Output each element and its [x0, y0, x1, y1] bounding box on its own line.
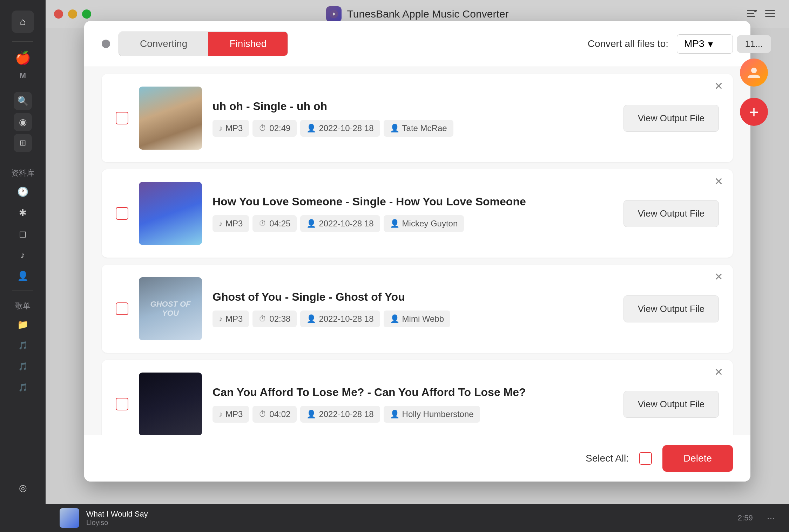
- song-meta-1: ♪ MP3 ⏱ 02:49 👤 2022-10-28 18: [213, 120, 613, 137]
- now-playing-artist: Lloyiso: [86, 519, 148, 527]
- chevron-down-icon: ▾: [708, 38, 713, 50]
- svg-point-8: [751, 68, 757, 73]
- song-title-4: Can You Afford To Lose Me? - Can You Aff…: [213, 386, 613, 399]
- song-title-1: uh oh - Single - uh oh: [213, 100, 613, 113]
- clock-icon-2: ⏱: [259, 219, 267, 228]
- modal-header: Converting Finished Convert all files to…: [84, 21, 750, 67]
- notification-badge: 11...: [737, 35, 771, 53]
- modal-overlay: Converting Finished Convert all files to…: [46, 0, 789, 504]
- date-1: 2022-10-28 18: [319, 123, 373, 133]
- view-output-3[interactable]: View Output File: [623, 295, 719, 322]
- song-card-1: ✕ uh oh - Single - uh oh ♪ MP3 ⏱: [102, 74, 733, 162]
- sidebar-songs-label: 歌单: [15, 301, 31, 311]
- sidebar-songs[interactable]: ♪: [14, 246, 32, 264]
- song-card-3: ✕ GHOST OF YOU Ghost of You - Single - G…: [102, 265, 733, 353]
- sidebar-albums[interactable]: ◻: [14, 225, 32, 243]
- song-info-4: Can You Afford To Lose Me? - Can You Aff…: [213, 386, 613, 423]
- artwork-1: [139, 87, 202, 150]
- sidebar-folder[interactable]: 📁: [14, 315, 32, 334]
- sidebar-artists[interactable]: ✱: [14, 204, 32, 222]
- user-avatar[interactable]: [740, 59, 768, 87]
- clock-icon-4: ⏱: [259, 410, 267, 419]
- checkbox-4[interactable]: [116, 398, 128, 410]
- sidebar-radio[interactable]: ◉: [14, 113, 32, 131]
- song-meta-3: ♪ MP3 ⏱ 02:38 👤 2022-10-28 18: [213, 311, 613, 327]
- sidebar-radio-player[interactable]: ◎: [14, 479, 32, 497]
- sidebar-library[interactable]: ⊞: [14, 134, 32, 152]
- apple-logo: 🍎: [12, 47, 33, 68]
- artwork-4: [139, 373, 202, 435]
- meta-format-1: ♪ MP3: [213, 120, 249, 137]
- sidebar-profile[interactable]: 👤: [14, 267, 32, 285]
- meta-duration-3: ⏱ 02:38: [252, 311, 297, 327]
- view-output-2[interactable]: View Output File: [623, 200, 719, 227]
- format-1: MP3: [225, 123, 243, 133]
- sidebar-playlist3[interactable]: 🎵: [14, 378, 32, 397]
- meta-artist-3: 👤 Mimi Webb: [384, 311, 451, 327]
- app-window: TunesBank Apple Music Converter: [46, 0, 789, 532]
- clock-icon-3: ⏱: [259, 314, 267, 323]
- song-meta-4: ♪ MP3 ⏱ 04:02 👤 2022-10-28 18: [213, 406, 613, 423]
- select-all-checkbox[interactable]: [639, 452, 652, 465]
- calendar-icon-4: 👤: [306, 410, 316, 419]
- date-2: 2022-10-28 18: [319, 219, 373, 229]
- add-button[interactable]: +: [740, 98, 768, 126]
- artist-4: Holly Humberstone: [402, 409, 474, 419]
- now-playing-title: What I Would Say: [86, 510, 148, 519]
- artist-icon-2: 👤: [390, 219, 399, 228]
- sidebar-item-home[interactable]: ⌂: [12, 11, 34, 33]
- song-info-2: How You Love Someone - Single - How You …: [213, 195, 613, 232]
- artist-icon-4: 👤: [390, 410, 399, 419]
- meta-date-1: 👤 2022-10-28 18: [300, 120, 380, 137]
- meta-artist-4: 👤 Holly Humberstone: [384, 406, 480, 423]
- clock-icon-1: ⏱: [259, 124, 267, 133]
- artist-3: Mimi Webb: [402, 314, 444, 324]
- format-4: MP3: [225, 409, 243, 419]
- duration-4: 04:02: [269, 409, 290, 419]
- checkbox-2[interactable]: [116, 207, 128, 220]
- status-dot: [102, 40, 110, 48]
- music-icon-3: ♪: [219, 314, 223, 323]
- song-info-3: Ghost of You - Single - Ghost of You ♪ M…: [213, 291, 613, 327]
- sidebar-playlist1[interactable]: 🎵: [14, 336, 32, 355]
- sidebar-search[interactable]: 🔍: [14, 92, 32, 110]
- checkbox-1[interactable]: [116, 112, 128, 124]
- calendar-icon-2: 👤: [306, 219, 316, 228]
- artist-2: Mickey Guyton: [402, 219, 458, 229]
- checkbox-3[interactable]: [116, 302, 128, 315]
- now-playing-info: What I Would Say Lloyiso: [86, 510, 148, 527]
- artwork-2: [139, 182, 202, 245]
- sidebar-recently-added[interactable]: 🕐: [14, 183, 32, 201]
- artist-icon-3: 👤: [390, 314, 399, 323]
- format-value: MP3: [684, 38, 704, 49]
- song-title-3: Ghost of You - Single - Ghost of You: [213, 291, 613, 303]
- format-3: MP3: [225, 314, 243, 324]
- convert-all-label: Convert all files to:: [588, 38, 668, 49]
- view-output-4[interactable]: View Output File: [623, 391, 719, 418]
- view-output-1[interactable]: View Output File: [623, 105, 719, 132]
- song-meta-2: ♪ MP3 ⏱ 04:25 👤 2022-10-28 18: [213, 215, 613, 232]
- meta-format-2: ♪ MP3: [213, 215, 249, 232]
- format-2: MP3: [225, 219, 243, 229]
- calendar-icon-3: 👤: [306, 314, 316, 323]
- song-info-1: uh oh - Single - uh oh ♪ MP3 ⏱ 02:49: [213, 100, 613, 137]
- artist-icon-1: 👤: [390, 124, 399, 133]
- more-options-icon[interactable]: ···: [767, 512, 775, 524]
- modal-content[interactable]: ✕ uh oh - Single - uh oh ♪ MP3 ⏱: [84, 67, 750, 435]
- music-label: M: [20, 71, 26, 80]
- converter-modal: Converting Finished Convert all files to…: [84, 21, 750, 482]
- sidebar-playlist2[interactable]: 🎵: [14, 357, 32, 376]
- meta-format-3: ♪ MP3: [213, 311, 249, 327]
- artist-1: Tate McRae: [402, 123, 447, 133]
- tab-converting[interactable]: Converting: [119, 32, 208, 56]
- modal-footer: Select All: Delete: [84, 435, 750, 482]
- sidebar: ⌂ 🍎 M 🔍 ◉ ⊞ 资料库 🕐 ✱ ◻ ♪ 👤 歌单 📁 🎵 🎵 🎵 ◎: [0, 0, 46, 532]
- tab-finished[interactable]: Finished: [208, 32, 288, 56]
- music-icon-4: ♪: [219, 410, 223, 419]
- select-all-label: Select All:: [586, 453, 629, 464]
- tab-group: Converting Finished: [119, 32, 288, 56]
- date-4: 2022-10-28 18: [319, 409, 373, 419]
- song-title-2: How You Love Someone - Single - How You …: [213, 195, 613, 208]
- meta-artist-2: 👤 Mickey Guyton: [384, 215, 464, 232]
- playback-time: 2:59: [738, 513, 753, 523]
